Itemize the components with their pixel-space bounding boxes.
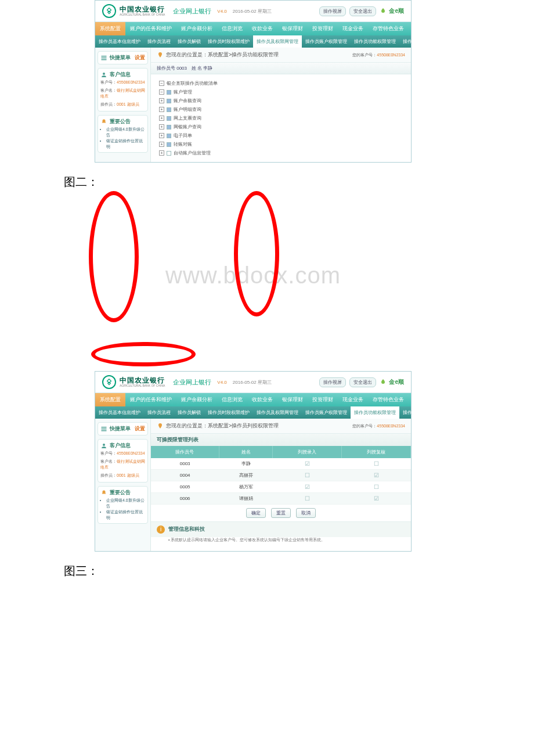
btn-logout[interactable]: 安全退出 — [349, 6, 376, 16]
figure-label-2: 图二： — [64, 174, 534, 190]
nav1-item[interactable]: 收款业务 — [247, 393, 277, 406]
nav2-item[interactable]: 操作员解锁 — [174, 35, 204, 48]
nav1-item[interactable]: 存管特色业务 — [368, 22, 409, 35]
nav2-item[interactable]: 操作员基本信息维护 — [95, 406, 144, 419]
bell-icon — [100, 118, 107, 125]
toolbar: 操作员号 0003 姓 名 李静 — [151, 63, 411, 74]
tree-item[interactable]: +网上支票查询 — [159, 114, 403, 123]
checkbox-icon[interactable]: ☑ — [305, 484, 310, 490]
checkbox-icon[interactable]: ☐ — [305, 495, 310, 502]
nav2-item[interactable]: 企业限额维护 — [457, 35, 492, 48]
tree-item[interactable]: −账户管理 — [159, 88, 403, 96]
nav1-item[interactable]: 信息浏览 — [217, 393, 247, 406]
location-icon — [157, 52, 164, 59]
svg-rect-2 — [102, 59, 107, 60]
nav1-item[interactable]: 收款业务 — [247, 22, 277, 35]
nav1-item[interactable]: 投资理财 — [308, 22, 338, 35]
nav2-item-active[interactable]: 操作员及权限网管理 — [253, 35, 302, 48]
tree-item[interactable]: +转账对账 — [159, 140, 403, 149]
operator-table: 操作员号 姓名 列授录入 列授复核 0003李静 ☑ ☐ — [151, 446, 411, 505]
checkbox-icon[interactable]: ☑ — [374, 495, 379, 502]
ok-button[interactable]: 确定 — [246, 508, 266, 518]
btn-video[interactable]: 操作视屏 — [319, 6, 346, 16]
menu-icon — [100, 426, 107, 433]
nav1-item[interactable]: 现金业务 — [338, 393, 368, 406]
nav1-item[interactable]: 账户余额分析 — [176, 22, 217, 35]
nav2-item[interactable]: 操作员流程 — [144, 406, 174, 419]
red-oval-2 — [234, 191, 279, 316]
col-id: 操作员号 — [151, 446, 219, 458]
checkbox-icon[interactable]: ☐ — [374, 460, 379, 467]
nav2-item[interactable]: 操作员基本信息维护 — [95, 35, 144, 48]
nav1-item[interactable]: 系统配置 — [95, 22, 125, 35]
checkbox-icon[interactable]: ☑ — [374, 472, 379, 478]
nav-secondary: 操作员基本信息维护 操作员流程 操作员解锁 操作员时段权限维护 操作员及权限网管… — [95, 406, 411, 419]
red-oval-3 — [91, 342, 196, 366]
nav1-item[interactable]: 现金业务 — [338, 22, 368, 35]
header-note: 2016-05-02 星期三 — [233, 8, 272, 15]
app-title: 企业网上银行 — [173, 7, 211, 16]
nav1-item[interactable]: 银保理财 — [277, 22, 308, 35]
sidebar-set-btn[interactable]: 设置 — [135, 54, 145, 62]
btn-logout[interactable]: 安全退出 — [349, 377, 376, 387]
nav2-item[interactable]: 操作员流程 — [144, 35, 174, 48]
nav1-item[interactable]: 系统配置 — [95, 393, 125, 406]
announce-item[interactable]: 银证直销操作位置说明 — [106, 138, 145, 150]
nav2-item[interactable]: 操作员加注账户权限管理 — [399, 406, 457, 419]
tree-item[interactable]: +账户余额查询 — [159, 96, 403, 105]
nav1-item[interactable]: 存管特色业务 — [368, 393, 409, 406]
tree-item[interactable]: +电子回单 — [159, 131, 403, 140]
nav2-item[interactable]: 操作员时段权限维护 — [204, 35, 253, 48]
nav-secondary: 操作员基本信息维护 操作员流程 操作员解锁 操作员时段权限维护 操作员及权限网管… — [95, 35, 411, 48]
nav2-item[interactable]: 操作员解锁 — [174, 406, 204, 419]
sidebar-set-btn[interactable]: 设置 — [135, 425, 145, 433]
tree-item[interactable]: +网银账户查询 — [159, 123, 403, 131]
nav2-item-active[interactable]: 操作员功能权限管理 — [351, 406, 399, 419]
nav2-item[interactable]: 企业限额维护 — [457, 406, 492, 419]
reset-button[interactable]: 重置 — [271, 508, 291, 518]
announce-item[interactable]: 企业网银4.0新升级公告 — [106, 127, 145, 138]
user-icon — [100, 442, 107, 449]
nav2-item[interactable]: 银行账号维护 — [527, 406, 534, 419]
nav2-item[interactable]: 操作员账户权限管理 — [302, 35, 351, 48]
figure-label-3: 图三： — [64, 563, 534, 579]
checkbox-icon[interactable]: ☐ — [374, 484, 379, 490]
nav2-item[interactable]: 操作员时段权限维护 — [204, 406, 253, 419]
nav1-item[interactable]: 信息浏览 — [217, 22, 247, 35]
nav1-item[interactable]: 账户的任务和维护 — [125, 393, 176, 406]
sidebar-customer: 客户信息 客户号：45508E0N2334 客户名：银行测试直销网络库 操作员：… — [98, 439, 148, 483]
tree-item[interactable]: +自动账户信息管理 — [159, 149, 403, 157]
nav1-item[interactable]: 银保理财 — [277, 393, 308, 406]
nav2-item[interactable]: 操作员加注账户权限管理 — [399, 35, 457, 48]
nav2-item[interactable]: 审核限额维护 — [492, 35, 527, 48]
tip-text: • 系统默认提示网络请输入企业客户号。您可修改系统认知编号下级企业销售等用系统。 — [151, 537, 411, 548]
nav2-item[interactable]: 操作员账户权限管理 — [302, 406, 351, 419]
nav-primary: 系统配置 账户的任务和维护 账户余额分析 信息浏览 收款业务 银保理财 投资理财… — [95, 22, 411, 35]
tip-title: 管理信息和科技 — [168, 525, 205, 534]
nav2-item[interactable]: 银行账号维护 — [527, 35, 534, 48]
sidebar: 快捷菜单设置 客户信息 客户号：45508E0N2334 客户名：银行测试直销网… — [95, 48, 151, 162]
announce-item[interactable]: 企业网银4.0新升级公告 — [106, 498, 145, 509]
cancel-button[interactable]: 取消 — [296, 508, 316, 518]
sidebar-quickmenu: 快捷菜单设置 — [98, 422, 148, 435]
screenshot-2: 中国农业银行 AGRICULTURAL BANK OF CHINA 企业网上银行… — [95, 371, 412, 552]
nav2-item[interactable]: 操作员功能权限管理 — [351, 35, 399, 48]
tip-bar: i 管理信息和科技 — [151, 521, 411, 537]
bank-sub: AGRICULTURAL BANK OF CHINA — [120, 13, 165, 17]
checkbox-icon[interactable]: ☐ — [305, 472, 310, 478]
nav1-item[interactable]: 投资理财 — [308, 393, 338, 406]
bank-sub: AGRICULTURAL BANK OF CHINA — [120, 384, 165, 388]
checkbox-icon[interactable]: ☑ — [305, 460, 310, 467]
nav1-item[interactable]: 账户的任务和维护 — [125, 22, 176, 35]
screenshot-1: 中国农业银行 AGRICULTURAL BANK OF CHINA 企业网上银行… — [95, 0, 412, 163]
tree-root[interactable]: −银企直联操作员功能清单 — [159, 79, 403, 88]
tree-item[interactable]: +账户明细查询 — [159, 105, 403, 114]
nav2-item[interactable]: 审核限额维护 — [492, 406, 527, 419]
table-row: 0005杨万军 ☑ ☐ — [151, 481, 411, 493]
announce-item[interactable]: 银证直销操作位置说明 — [106, 509, 145, 521]
svg-point-3 — [103, 73, 105, 75]
svg-rect-4 — [102, 427, 107, 428]
nav2-item[interactable]: 操作员及权限网管理 — [253, 406, 302, 419]
btn-video[interactable]: 操作视屏 — [319, 377, 346, 387]
nav1-item[interactable]: 账户余额分析 — [176, 393, 217, 406]
